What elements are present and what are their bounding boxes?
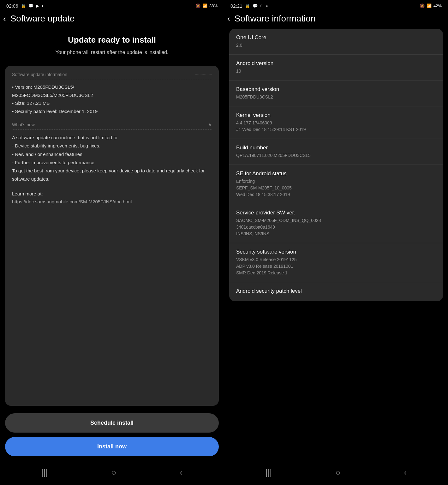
info-item-value: 2.0	[236, 42, 436, 49]
info-item: Kernel version4.4.177-17406009 #1 Wed De…	[229, 106, 443, 139]
mute-icon-r: 🔕	[420, 3, 425, 8]
recents-button-left[interactable]: |||	[41, 468, 48, 477]
info-item-value: 4.4.177-17406009 #1 Wed Dec 18 15:29:14 …	[236, 120, 436, 133]
dot-icon-r: ●	[266, 4, 268, 8]
whats-new-text: A software update can include, but is no…	[12, 134, 212, 183]
time-right: 02:21	[230, 3, 242, 9]
back-nav-button-left[interactable]: ‹	[180, 468, 183, 477]
right-panel: 02:21 🔒 💬 ⊖ ● 🔕 📶 42% ‹ Software informa…	[224, 0, 448, 485]
info-item-value: VSKM v3.0 Release 20191125 ADP v3.0 Rele…	[236, 256, 436, 276]
info-item-value: SAOMC_SM-M205F_ODM_INS_QQ_0028 3401eaccb…	[236, 217, 436, 237]
status-bar-right: 02:21 🔒 💬 ⊖ ● 🔕 📶 42%	[224, 0, 448, 10]
whatsapp-icon-r: 💬	[253, 3, 258, 8]
info-item-label: Security software version	[236, 249, 436, 255]
info-item-label: Build number	[236, 145, 436, 151]
info-item: Security software versionVSKM v3.0 Relea…	[229, 243, 443, 282]
info-scroll: One UI Core2.0Android version10Baseband …	[224, 29, 448, 463]
info-item-label: Android version	[236, 60, 436, 67]
left-panel: 02:06 🔒 💬 ▶ ● 🔕 📶 38% ‹ Software update …	[0, 0, 224, 485]
info-section-label: Software update information ············…	[12, 72, 212, 79]
wifi-icon-r: 📶	[427, 3, 432, 8]
info-item: SE for Android statusEnforcing SEPF_SM-M…	[229, 165, 443, 204]
info-item: Android security patch level	[229, 282, 443, 301]
battery-left: 38%	[209, 3, 218, 8]
whats-new-label: What's new ∧	[12, 122, 212, 130]
update-card: Software update information ············…	[5, 66, 219, 406]
info-card: One UI Core2.0Android version10Baseband …	[229, 29, 443, 301]
info-item-label: Android security patch level	[236, 288, 436, 294]
page-title-right: Software information	[235, 14, 316, 24]
info-item-label: Kernel version	[236, 112, 436, 118]
info-item: Service provider SW ver.SAOMC_SM-M205F_O…	[229, 204, 443, 243]
top-nav-left: ‹ Software update	[0, 10, 224, 29]
status-bar-left: 02:06 🔒 💬 ▶ ● 🔕 📶 38%	[0, 0, 224, 10]
do-not-disturb-icon: ⊖	[260, 3, 264, 8]
bottom-nav-left: ||| ○ ‹	[0, 463, 224, 485]
info-item-value: M205FDDU3CSL2	[236, 94, 436, 100]
info-item-label: Service provider SW ver.	[236, 210, 436, 216]
update-subtitle: Your phone will restart after the update…	[9, 49, 214, 56]
bottom-nav-right: ||| ○ ‹	[224, 463, 448, 485]
info-item: Build numberQP1A.190711.020.M205FDDU3CSL…	[229, 139, 443, 165]
time-left: 02:06	[6, 3, 18, 9]
info-item-value: QP1A.190711.020.M205FDDU3CSL5	[236, 152, 436, 159]
info-item: One UI Core2.0	[229, 29, 443, 55]
info-item-value: Enforcing SEPF_SM-M205F_10_0005 Wed Dec …	[236, 178, 436, 198]
info-item: Android version10	[229, 55, 443, 81]
play-icon: ▶	[36, 3, 39, 8]
update-title: Update ready to install	[9, 35, 214, 45]
schedule-install-button[interactable]: Schedule install	[5, 413, 219, 433]
whatsapp-icon: 💬	[28, 3, 33, 8]
info-item-value: 10	[236, 68, 436, 75]
home-button-left[interactable]: ○	[111, 468, 116, 477]
lock-icon-r: 🔒	[245, 3, 250, 8]
top-nav-right: ‹ Software information	[224, 10, 448, 29]
update-info-text: • Version: M205FDDU3CSL5/ M205FODM3CSL5/…	[12, 83, 212, 115]
wifi-icon: 📶	[202, 3, 207, 8]
back-nav-button-right[interactable]: ‹	[404, 468, 407, 477]
home-button-right[interactable]: ○	[335, 468, 340, 477]
buttons-area: Schedule install Install now	[0, 406, 224, 463]
back-button-right[interactable]: ‹	[227, 14, 230, 24]
update-header: Update ready to install Your phone will …	[0, 29, 224, 66]
back-button-left[interactable]: ‹	[3, 14, 6, 24]
page-title-left: Software update	[10, 14, 75, 24]
mute-icon: 🔕	[195, 3, 200, 8]
install-now-button[interactable]: Install now	[5, 437, 219, 456]
learn-more-link[interactable]: https://doc.samsungmobile.com/SM-M205F/I…	[12, 199, 132, 204]
recents-button-right[interactable]: |||	[266, 468, 272, 477]
dot-icon: ●	[42, 4, 44, 8]
info-item: Baseband versionM205FDDU3CSL2	[229, 81, 443, 106]
battery-right: 42%	[433, 3, 442, 8]
info-item-label: SE for Android status	[236, 171, 436, 177]
lock-icon: 🔒	[21, 3, 26, 8]
info-item-label: Baseband version	[236, 86, 436, 93]
learn-more-section: Learn more at: https://doc.samsungmobile…	[12, 190, 212, 206]
chevron-up-icon[interactable]: ∧	[208, 122, 212, 128]
info-item-label: One UI Core	[236, 34, 436, 41]
